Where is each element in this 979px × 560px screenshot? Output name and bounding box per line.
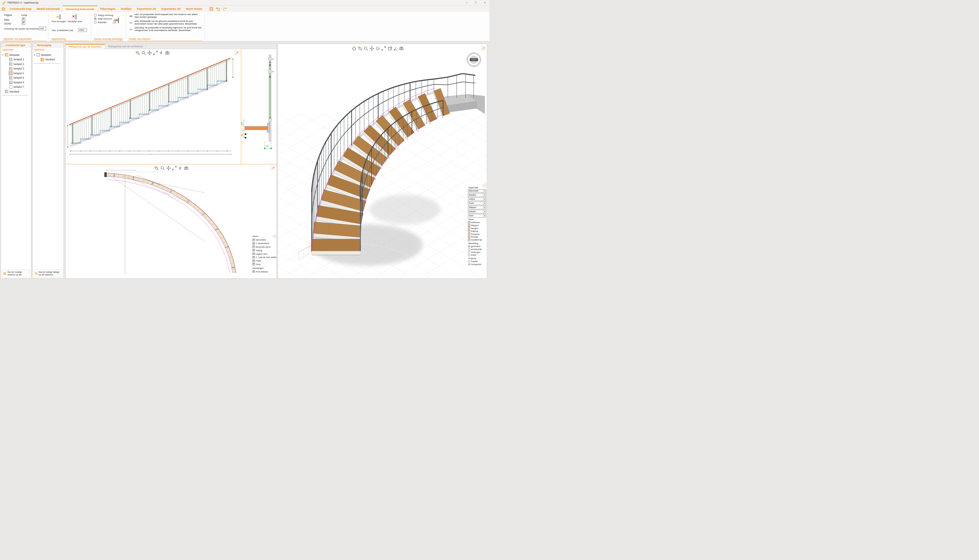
elevation-popout-button[interactable] [235,50,239,55]
plan-canvas[interactable] [66,164,276,279]
3d-show-option[interactable]: Rooster [468,235,486,238]
zoom-icon[interactable] [364,46,368,51]
save-design-as-template-button[interactable]: Sla het huidige ontwerp op als [2,270,30,277]
ribbon-tab[interactable]: Constructie trap [7,6,34,12]
view-cube[interactable]: LINKS [465,52,482,69]
surface-dropdown[interactable]: Posts [468,202,486,205]
horizontal-splitter[interactable] [66,164,276,164]
show-option[interactable]: 2. Bovenband [252,242,277,245]
surface-dropdown[interactable]: Vloer [468,214,486,217]
zoom-window-icon[interactable] [154,166,159,170]
minimize-button[interactable]: – [462,0,471,5]
tree-item[interactable] [1,94,31,97]
3d-show-option[interactable]: Schaduw [468,233,486,235]
fit-icon[interactable] [153,50,158,55]
3d-show-option[interactable]: Plafond [468,230,486,233]
pan-icon[interactable] [370,46,374,51]
plan-popout-button[interactable] [271,166,275,170]
post-detail-canvas[interactable]: 001004050 [241,49,277,164]
tree-item[interactable]: beispiel 2 [1,62,31,67]
verwijder-post-button[interactable]: Verwijder post [67,14,82,23]
surface-dropdown[interactable]: Stappen [468,206,486,209]
ribbon-tab[interactable]: Model balustrade [34,6,62,12]
surface-dropdown[interactable]: wangen [468,210,486,213]
tree-item[interactable] [33,62,63,65]
show-option[interactable]: Bovenste band [252,245,277,249]
camera-icon[interactable] [165,50,170,55]
post-invoegen-button[interactable]: Post invoegen [52,14,66,23]
pan-icon[interactable] [166,166,171,170]
tree-item[interactable]: beispiel 1 [1,57,31,62]
show-option[interactable]: Lagere riem [252,252,277,256]
fit-icon[interactable] [172,166,177,170]
zoom-window-icon[interactable] [135,50,140,55]
undo-button[interactable] [216,7,220,11]
links-checkbox[interactable] [22,18,25,21]
deksel-radio-option[interactable]: Wang omhoog [93,13,113,17]
angle-icon[interactable] [393,46,398,51]
max-postafstand-input[interactable] [78,28,87,32]
elevation-canvas[interactable] [66,49,241,164]
zoom-icon[interactable] [141,50,146,55]
pan-icon[interactable] [147,50,152,55]
show-option[interactable]: balustrade [252,238,277,242]
viewport-tab[interactable]: Relingversie aan de linkerkant [66,44,105,49]
tree-item[interactable]: standard [33,57,63,62]
home-button[interactable] [0,6,7,12]
tree-item[interactable]: beispiel 5 [1,76,31,80]
surface-dropdown[interactable]: Vulling [468,197,486,201]
afbeelding-option[interactable]: gerenderd [468,245,486,248]
camera-icon[interactable] [184,166,188,170]
afbeelding-option[interactable]: verborgen [468,251,486,253]
ribbon-tab[interactable]: Norm testen [183,6,205,12]
tree-item[interactable]: beispiel 7 [1,85,31,90]
surface-dropdown[interactable]: Balustrade [468,189,486,193]
tree-item[interactable]: standard [1,89,31,94]
collapse-left-icon[interactable] [2,43,5,47]
afbeelding-option[interactable]: draad [468,253,486,257]
clip-box-icon[interactable] [387,46,392,51]
chevron-down-icon[interactable] [483,214,486,217]
section-icon[interactable] [178,166,183,170]
intrekking-input[interactable] [39,27,46,30]
home-icon[interactable] [352,46,357,51]
tree-item[interactable]: beispiel 3 [1,67,31,71]
zoom-window-icon[interactable] [358,46,362,51]
surface-dropdown[interactable]: Bandjes [468,193,486,197]
3d-show-option[interactable]: Stappen [468,224,486,227]
3d-show-option[interactable]: Gradiënt lijn [468,238,486,242]
camera-icon[interactable] [399,46,404,51]
rechts-checkbox[interactable] [22,22,25,25]
ribbon-tab[interactable]: Uitvoering balustrade [63,6,98,12]
expander-caret-icon[interactable] [34,54,37,56]
afbeelding-option[interactable]: schaduwrijk [468,248,486,251]
3d-show-option[interactable]: traliewerk [468,221,486,224]
3d-show-option[interactable]: wangen [468,227,486,230]
save-button[interactable] [209,7,213,11]
deksel-radio-option[interactable]: Stap erboven [93,17,113,20]
ribbon-tab[interactable]: Tekeningen [97,6,118,12]
close-button[interactable]: × [480,0,489,5]
chevron-down-icon[interactable] [483,210,486,213]
section-icon[interactable] [159,50,164,55]
chevron-down-icon[interactable] [483,190,486,192]
ribbon-tab[interactable]: Exporteren 2D [134,6,159,12]
vertical-splitter[interactable] [241,49,241,164]
show-option[interactable]: 2. Laat de riem zakker [252,256,277,259]
fit-icon[interactable] [381,46,386,51]
ribbon-tab[interactable]: Exporteren 3D [159,6,183,12]
chevron-down-icon[interactable] [483,206,486,209]
3d-canvas[interactable] [278,44,487,278]
tree-item[interactable]: Beispiele [33,53,63,57]
projectie-option[interactable]: Perspectief [468,263,486,266]
show-option[interactable]: Vulling [252,248,277,252]
3d-popout-button[interactable] [481,46,485,50]
chevron-down-icon[interactable] [483,198,486,201]
tree-item[interactable]: Beispiele [1,53,31,57]
zoom-icon[interactable] [160,166,165,170]
chevron-down-icon[interactable] [483,193,486,197]
show-option[interactable]: Vloer [252,263,277,266]
afmetingen-option[interactable]: Post-afstand [252,270,277,273]
rotate-icon[interactable] [375,46,380,51]
surface-panel-collapse-button[interactable] [483,184,487,188]
